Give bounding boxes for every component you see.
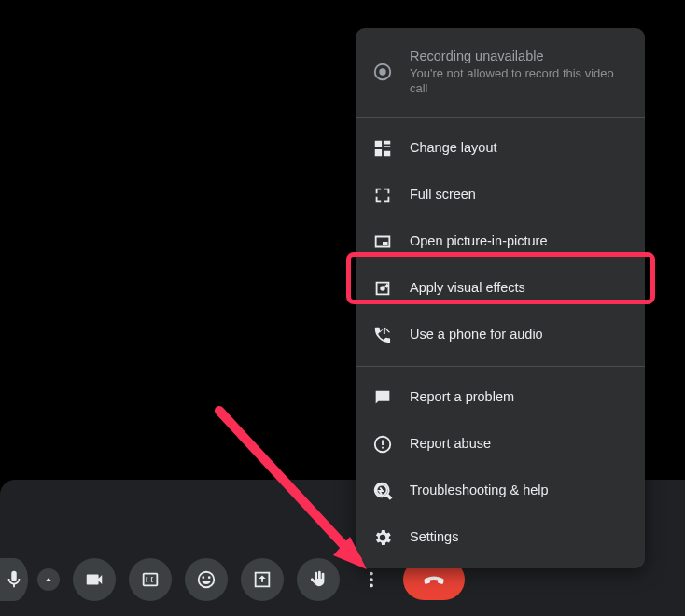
raise-hand-icon (308, 569, 329, 590)
svg-point-4 (379, 69, 385, 76)
gear-icon (372, 527, 393, 548)
menu-label: Recording unavailable You're not allowed… (410, 49, 628, 96)
svg-point-0 (370, 572, 373, 576)
reactions-button[interactable] (185, 558, 228, 601)
menu-label: Report a problem (410, 389, 514, 405)
svg-point-1 (370, 578, 373, 581)
menu-item-recording: Recording unavailable You're not allowed… (356, 35, 645, 109)
menu-item-settings[interactable]: Settings (356, 514, 645, 561)
svg-point-2 (370, 584, 373, 588)
captions-icon (140, 569, 161, 590)
menu-label: Apply visual effects (410, 280, 525, 296)
menu-item-pip[interactable]: Open picture-in-picture (356, 218, 645, 265)
feedback-icon (372, 387, 393, 408)
menu-item-change-layout[interactable]: Change layout (356, 125, 645, 172)
smiley-icon (196, 569, 217, 590)
hangup-icon (421, 567, 447, 593)
chevron-up-icon (42, 573, 55, 586)
microphone-button[interactable] (0, 558, 28, 601)
captions-button[interactable] (129, 558, 172, 601)
camera-button[interactable] (73, 558, 116, 601)
menu-item-visual-effects[interactable]: Apply visual effects (356, 265, 645, 312)
microphone-icon (4, 569, 24, 590)
menu-label: Settings (410, 529, 458, 545)
present-icon (252, 569, 273, 590)
more-vertical-icon (361, 569, 382, 590)
menu-separator (356, 366, 645, 367)
raise-hand-button[interactable] (297, 558, 340, 601)
present-button[interactable] (241, 558, 284, 601)
menu-item-report-abuse[interactable]: Report abuse (356, 421, 645, 468)
menu-label: Report abuse (410, 436, 491, 452)
menu-item-full-screen[interactable]: Full screen (356, 172, 645, 218)
visual-effects-icon (372, 278, 393, 299)
menu-item-report-problem[interactable]: Report a problem (356, 374, 645, 421)
menu-label: Troubleshooting & help (410, 483, 549, 498)
pip-icon (372, 231, 393, 252)
menu-separator (356, 117, 645, 118)
camera-icon (84, 569, 105, 590)
menu-item-phone-audio[interactable]: Use a phone for audio (356, 312, 645, 358)
troubleshoot-icon (372, 481, 393, 501)
menu-label: Change layout (410, 140, 497, 156)
report-abuse-icon (372, 434, 393, 455)
phone-audio-icon (372, 325, 393, 345)
record-icon (372, 62, 393, 82)
fullscreen-icon (372, 185, 393, 205)
audio-options-toggle[interactable] (37, 568, 60, 591)
menu-label: Use a phone for audio (410, 327, 543, 343)
menu-item-troubleshoot[interactable]: Troubleshooting & help (356, 468, 645, 514)
menu-label: Open picture-in-picture (410, 233, 548, 249)
menu-label: Full screen (410, 187, 476, 203)
more-options-menu: Recording unavailable You're not allowed… (356, 28, 645, 568)
layout-icon (372, 138, 393, 159)
